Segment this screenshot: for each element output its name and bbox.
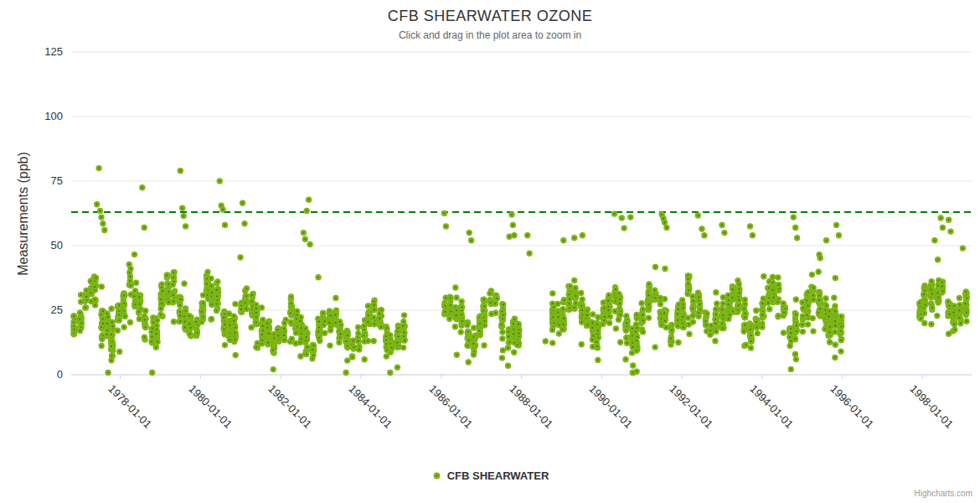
- y-tick-label: 75: [4, 174, 63, 188]
- legend-marker-icon: [431, 470, 442, 481]
- highcharts-credits-link[interactable]: Highcharts.com: [915, 489, 972, 498]
- legend-item-cfb-shearwater[interactable]: CFB SHEARWATER: [431, 469, 549, 482]
- legend-item-label: CFB SHEARWATER: [447, 469, 549, 482]
- y-tick-label: 0: [4, 368, 63, 381]
- scatter-series-cfb-shearwater[interactable]: [72, 166, 969, 375]
- y-axis-title: Measurements (ppb): [16, 130, 31, 298]
- y-tick-label: 125: [4, 45, 63, 59]
- y-tick-label: 25: [4, 303, 63, 317]
- highcharts-container: CFB SHEARWATER OZONE Click and drag in t…: [0, 0, 980, 503]
- y-tick-label: 50: [4, 239, 63, 252]
- y-tick-label: 100: [4, 110, 63, 123]
- legend: CFB SHEARWATER: [0, 469, 980, 485]
